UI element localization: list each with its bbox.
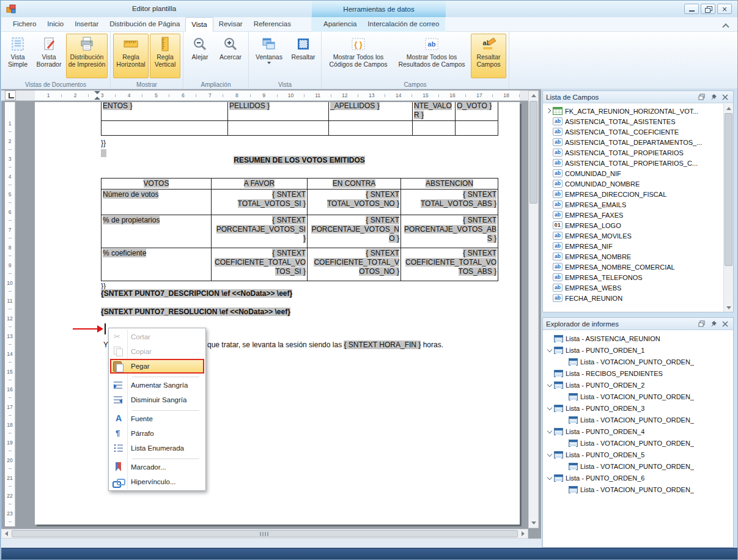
- tab-insertar[interactable]: Insertar: [69, 17, 104, 32]
- field-item[interactable]: ab EMPRESA_EMAILS: [543, 199, 723, 210]
- menu-item[interactable]: Lista Enumerada: [110, 441, 204, 455]
- menu-item[interactable]: [110, 374, 204, 378]
- document-vertical-scrollbar[interactable]: [528, 90, 539, 528]
- field-item-root[interactable]: FK_ACTA_REUNION_HORIZONTAL_VOT...: [543, 106, 723, 116]
- scroll-up-arrow-icon[interactable]: [724, 104, 733, 112]
- close-icon[interactable]: [720, 93, 730, 101]
- close-icon[interactable]: [720, 320, 730, 328]
- vista-simple-button[interactable]: Vista Simple: [4, 34, 32, 78]
- pin-icon[interactable]: [709, 320, 718, 328]
- report-item[interactable]: Lista - PUNTO_ORDEN_4: [543, 426, 733, 437]
- resaltar-campos-button[interactable]: ab Resaltar Campos: [471, 34, 506, 78]
- expander-icon[interactable]: [547, 347, 554, 354]
- scroll-up-arrow-icon[interactable]: [529, 91, 538, 100]
- top-table[interactable]: DESCRIPCION_PROP_DEPARTAMENTOS } PROPIET…: [101, 102, 498, 136]
- expander-icon[interactable]: [547, 335, 554, 342]
- menu-item[interactable]: Párrafo: [110, 426, 204, 441]
- scrollbar-thumb[interactable]: [12, 530, 518, 537]
- menu-item[interactable]: [110, 407, 204, 411]
- maximize-icon[interactable]: [697, 320, 707, 328]
- ventanas-button[interactable]: Ventanas: [251, 34, 287, 78]
- menu-item[interactable]: Fuente: [110, 411, 204, 426]
- report-item[interactable]: Lista - VOTACION_PUNTO_ORDEN_: [543, 391, 733, 402]
- scroll-down-arrow-icon[interactable]: [529, 518, 538, 528]
- acercar-button[interactable]: Acercar: [215, 34, 246, 78]
- tab-stop-selector[interactable]: [5, 90, 16, 100]
- expander-icon[interactable]: [561, 358, 569, 366]
- scrollbar-thumb[interactable]: [530, 101, 537, 204]
- vertical-ruler[interactable]: 1234567891011121314151617181920212223: [5, 102, 15, 526]
- expander-icon[interactable]: [547, 474, 554, 482]
- alejar-button[interactable]: Alejar: [186, 34, 214, 78]
- field-item[interactable]: ab EMPRESA_NOMBRE: [543, 251, 723, 262]
- scroll-right-arrow-icon[interactable]: [518, 529, 528, 538]
- expander-icon[interactable]: [561, 416, 569, 424]
- maximize-icon[interactable]: [697, 93, 707, 101]
- tab-intercalacion-correo[interactable]: Intercalación de correo: [362, 17, 445, 32]
- mostrar-resultados-campos-button[interactable]: ab Mostrar Todos los Resultados de Campo…: [394, 34, 470, 78]
- close-button[interactable]: ×: [717, 4, 732, 14]
- field-item[interactable]: ab ASISTENCIA_TOTAL_ASISTENTES: [543, 116, 723, 127]
- horizontal-ruler[interactable]: 123456789101112131415161718: [1, 90, 528, 101]
- field-item[interactable]: ab ASISTENCIA_TOTAL_PROPIETARIOS: [543, 147, 723, 158]
- field-item[interactable]: ab EMPRESA_NIF: [543, 241, 723, 251]
- vista-borrador-button[interactable]: Vista Borrador: [33, 34, 65, 78]
- report-item[interactable]: Lista - PUNTO_ORDEN_5: [543, 449, 733, 460]
- field-item[interactable]: 01 EMPRESA_LOGO: [543, 220, 723, 230]
- menu-item[interactable]: Aumentar Sangría: [110, 378, 204, 392]
- minimize-button[interactable]: [684, 4, 699, 14]
- field-item[interactable]: ab ASISTENCIA_TOTAL_COEFICIENTE: [543, 127, 723, 137]
- scrollbar-thumb[interactable]: [725, 113, 732, 266]
- field-item[interactable]: ab COMUNIDAD_NOMBRE: [543, 179, 723, 189]
- menu-item[interactable]: Disminuir Sangría: [110, 392, 204, 407]
- field-item[interactable]: ab ASISTENCIA_TOTAL_DEPARTAMENTOS_...: [543, 137, 723, 147]
- menu-item[interactable]: Copiar: [110, 344, 204, 359]
- field-item[interactable]: ab COMUNIDAD_NIF: [543, 168, 723, 179]
- expander-icon[interactable]: [547, 405, 554, 412]
- report-item[interactable]: Lista - PUNTO_ORDEN_1: [543, 344, 733, 356]
- pin-icon[interactable]: [709, 93, 718, 101]
- menu-item[interactable]: Hipervínculo...: [110, 474, 204, 489]
- menu-item[interactable]: Cortar: [110, 330, 204, 344]
- indent-marker[interactable]: [94, 91, 100, 100]
- field-item[interactable]: ab EMPRESA_DIRECCION_FISCAL: [543, 189, 723, 199]
- report-item[interactable]: Lista - VOTACION_PUNTO_ORDEN_: [543, 414, 733, 426]
- mostrar-codigos-campos-button[interactable]: { } Mostrar Todos los Códigos de Campos: [324, 34, 393, 78]
- tab-distribucion-pagina[interactable]: Distribución de Página: [104, 17, 185, 32]
- expand-chevron-icon[interactable]: [545, 108, 552, 114]
- field-item[interactable]: ab ASISTENCIA_TOTAL_PROPIETARIOS_C...: [543, 158, 723, 168]
- menu-item[interactable]: Pegar: [110, 359, 204, 374]
- tab-revisar[interactable]: Revisar: [213, 17, 248, 32]
- scroll-down-arrow-icon[interactable]: [724, 303, 733, 312]
- field-item[interactable]: ab EMPRESA_TELEFONOS: [543, 272, 723, 282]
- report-item[interactable]: Lista - ASISTENCIA_REUNION: [543, 333, 733, 344]
- resaltar-button[interactable]: Resaltar: [288, 34, 319, 78]
- fields-panel-scrollbar[interactable]: [723, 104, 733, 312]
- report-item[interactable]: Lista - VOTACION_PUNTO_ORDEN_: [543, 437, 733, 449]
- report-item[interactable]: Lista - VOTACION_PUNTO_ORDEN_: [543, 484, 733, 495]
- expander-icon[interactable]: [547, 451, 554, 459]
- tab-apariencia[interactable]: Apariencia: [318, 17, 362, 32]
- scroll-left-arrow-icon[interactable]: [2, 529, 11, 538]
- tab-inicio[interactable]: Inicio: [42, 17, 69, 32]
- field-item[interactable]: ab EMPRESA_MOVILES: [543, 230, 723, 241]
- tab-vista[interactable]: Vista: [185, 17, 213, 32]
- tab-fichero[interactable]: Fichero: [7, 17, 42, 32]
- menu-item[interactable]: [110, 455, 204, 460]
- field-item[interactable]: ab EMPRESA_WEBS: [543, 282, 723, 293]
- report-item[interactable]: Lista - PUNTO_ORDEN_6: [543, 472, 733, 484]
- distribucion-impresion-button[interactable]: Distribución de Impresión: [66, 34, 108, 78]
- field-item[interactable]: ab EMPRESA_NOMBRE_COMERCIAL: [543, 262, 723, 272]
- report-item[interactable]: Lista - PUNTO_ORDEN_3: [543, 402, 733, 414]
- menu-item[interactable]: Marcador...: [110, 460, 204, 474]
- expander-icon[interactable]: [547, 370, 554, 377]
- restore-button[interactable]: [701, 4, 715, 14]
- document-page[interactable]: DESCRIPCION_PROP_DEPARTAMENTOS } PROPIET…: [35, 102, 520, 525]
- field-item[interactable]: ab FECHA_REUNION: [543, 293, 723, 303]
- expander-icon[interactable]: [561, 440, 569, 447]
- field-item[interactable]: ab EMPRESA_FAXES: [543, 210, 723, 220]
- tab-referencias[interactable]: Referencias: [248, 17, 297, 32]
- expander-icon[interactable]: [561, 463, 569, 470]
- expander-icon[interactable]: [547, 381, 554, 389]
- regla-horizontal-button[interactable]: Regla Horizontal: [113, 34, 149, 78]
